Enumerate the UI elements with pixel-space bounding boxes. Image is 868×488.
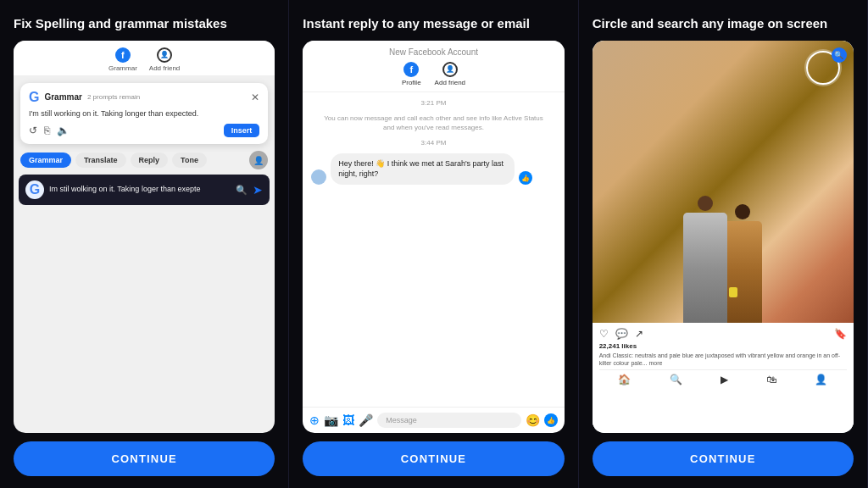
instagram-bottom: ♡ 💬 ↗ 🔖 22,241 likes Andi Classic: neutr… <box>593 323 854 433</box>
plus-icon[interactable]: ⊕ <box>309 413 320 427</box>
shop-nav-icon[interactable]: 🛍 <box>766 374 776 385</box>
refresh-icon[interactable]: ↺ <box>29 125 37 136</box>
circle-search-mockup: 🔍 ♡ 💬 ↗ 🔖 22,241 likes Andi Classic: neu… <box>593 41 854 434</box>
messenger-account-title: New Facebook Account <box>311 47 555 57</box>
messenger-addfriend-icon: 👤 <box>442 62 458 77</box>
bookmark-icon[interactable]: 🔖 <box>834 328 847 340</box>
grammar-top-bar: f Grammar 👤 Add friend <box>14 41 275 76</box>
emoji-icon[interactable]: 😊 <box>526 413 540 427</box>
circle-screen: 🔍 ♡ 💬 ↗ 🔖 22,241 likes Andi Classic: neu… <box>593 41 854 434</box>
messenger-fb-icon: f <box>403 62 419 77</box>
continue-button-3[interactable]: CONTINUE <box>593 441 854 476</box>
grammar-popup: G Grammar 2 prompts remain ✕ I'm still w… <box>20 83 268 145</box>
instagram-actions: ♡ 💬 ↗ 🔖 <box>599 328 847 340</box>
search-nav-icon[interactable]: 🔍 <box>670 374 682 385</box>
grammar-suggestion-text: I'm still working on it. Taking longer t… <box>29 108 259 119</box>
reels-nav-icon[interactable]: ▶ <box>721 374 728 385</box>
received-bubble: Hey there! 👋 I think we met at Sarah's p… <box>331 153 514 185</box>
panel2-title: Instant reply to any message or email <box>303 15 530 32</box>
speaker-icon[interactable]: 🔈 <box>57 125 70 136</box>
messenger-mockup: New Facebook Account f Profile 👤 Add fri… <box>303 41 564 434</box>
thumbs-up-button[interactable]: 👍 <box>544 413 558 427</box>
profile-nav-icon[interactable]: 👤 <box>815 374 827 385</box>
grammar-label: Grammar <box>44 92 81 102</box>
camera-icon[interactable]: 📷 <box>324 413 338 427</box>
send-icon[interactable]: ➤ <box>253 183 263 197</box>
tab-grammar[interactable]: Grammar <box>20 152 71 168</box>
insert-button[interactable]: Insert <box>224 124 260 137</box>
prompts-remain: 2 prompts remain <box>87 93 140 101</box>
panel-grammar: Fix Spelling and grammar mistakes f Gram… <box>0 0 289 488</box>
messenger-input-bar: ⊕ 📷 🖼 🎤 Message 😊 👍 <box>303 407 564 433</box>
sender-avatar <box>311 169 326 185</box>
add-friend-icon: 👤 <box>157 47 172 63</box>
profile-label: Grammar <box>108 64 137 72</box>
heart-icon[interactable]: ♡ <box>599 328 609 340</box>
add-friend-item: 👤 Add friend <box>149 47 180 72</box>
user-avatar: 👤 <box>249 151 268 169</box>
instagram-nav: 🏠 🔍 ▶ 🛍 👤 <box>599 369 847 385</box>
chat-input-area: G Im stil wolking on it. Taking loger th… <box>19 175 270 205</box>
received-bubble-row: Hey there! 👋 I think we met at Sarah's p… <box>311 153 555 185</box>
reaction-icon: 👍 <box>519 171 532 185</box>
search-icon[interactable]: 🔍 <box>236 185 248 196</box>
facebook-icon: f <box>115 47 131 63</box>
grammar-action-row: ↺ ⎘ 🔈 Insert <box>29 124 259 137</box>
grammar-screen: f Grammar 👤 Add friend G Grammar 2 promp… <box>14 41 275 434</box>
message-input[interactable]: Message <box>377 413 520 428</box>
system-message: You can now message and call each other … <box>311 114 555 132</box>
copy-icon[interactable]: ⎘ <box>44 125 50 136</box>
messenger-addfriend-item: 👤 Add friend <box>435 62 465 86</box>
chat-input-text[interactable]: Im stil wolking on it. Taking loger than… <box>49 185 231 195</box>
continue-button-1[interactable]: CONTINUE <box>14 441 275 476</box>
continue-button-2[interactable]: CONTINUE <box>303 441 564 476</box>
panel3-title: Circle and search any image on screen <box>593 15 828 32</box>
fashion-image: 🔍 <box>593 41 854 324</box>
time-stamp-2: 3:44 PM <box>311 139 555 147</box>
messenger-add-friend-label: Add friend <box>435 79 465 86</box>
add-friend-label: Add friend <box>149 64 180 72</box>
post-caption: Andi Classic: neutrals and pale blue are… <box>599 352 847 367</box>
panel-messenger: Instant reply to any message or email Ne… <box>289 0 578 488</box>
panel1-title: Fix Spelling and grammar mistakes <box>14 15 227 32</box>
tab-reply[interactable]: Reply <box>131 152 169 168</box>
grammar-popup-header: G Grammar 2 prompts remain ✕ <box>29 90 259 105</box>
messenger-header-icons: f Profile 👤 Add friend <box>311 62 555 86</box>
likes-count: 22,241 likes <box>599 342 847 350</box>
messenger-profile-label: Profile <box>402 79 421 86</box>
panel-circle-search: Circle and search any image on screen <box>579 0 868 488</box>
home-nav-icon[interactable]: 🏠 <box>618 374 631 385</box>
comment-icon[interactable]: 💬 <box>615 328 628 340</box>
grammar-tabs-row: Grammar Translate Reply Tone 👤 <box>14 151 275 175</box>
time-stamp-1: 3:21 PM <box>311 99 555 107</box>
tab-tone[interactable]: Tone <box>172 152 207 168</box>
google-g-logo: G <box>29 90 39 105</box>
messenger-chat-area: 3:21 PM You can now message and call eac… <box>303 92 564 408</box>
share-icon[interactable]: ↗ <box>635 328 643 340</box>
search-dot-icon: 🔍 <box>832 47 847 63</box>
close-icon[interactable]: ✕ <box>251 92 259 103</box>
fb-profile-item: f Grammar <box>108 47 137 72</box>
g-logo-bottom: G <box>25 180 44 199</box>
messenger-header: New Facebook Account f Profile 👤 Add fri… <box>303 41 564 92</box>
image-icon[interactable]: 🖼 <box>342 413 354 427</box>
grammar-mockup: f Grammar 👤 Add friend G Grammar 2 promp… <box>14 41 275 434</box>
messenger-screen: New Facebook Account f Profile 👤 Add fri… <box>303 41 564 434</box>
tab-translate[interactable]: Translate <box>75 152 126 168</box>
messenger-profile-item: f Profile <box>402 62 421 86</box>
mic-icon[interactable]: 🎤 <box>359 413 373 427</box>
